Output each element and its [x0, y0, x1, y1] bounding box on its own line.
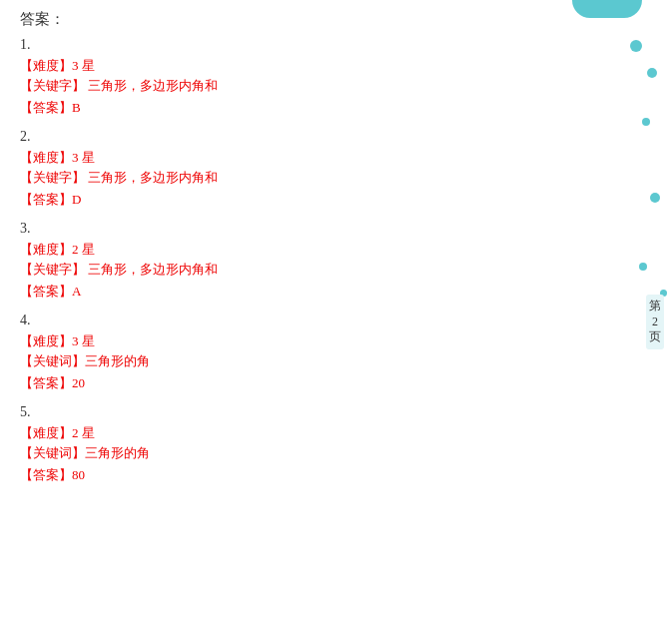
- answer-label: 答案：: [20, 11, 65, 27]
- questions-list: 1. 【难度】3 星 【关键字】 三角形，多边形内角和 【答案】B 2. 【难度…: [20, 37, 652, 484]
- keywords-1: 【关键字】 三角形，多边形内角和: [20, 77, 652, 95]
- question-number-5: 5.: [20, 404, 652, 420]
- question-number-1: 1.: [20, 37, 652, 53]
- question-block-4: 4. 【难度】3 星 【关键词】三角形的角 【答案】20: [20, 313, 652, 392]
- question-block-1: 1. 【难度】3 星 【关键字】 三角形，多边形内角和 【答案】B: [20, 37, 652, 117]
- question-number-2: 2.: [20, 129, 652, 145]
- question-block-3: 3. 【难度】2 星 【关键字】 三角形，多边形内角和 【答案】A: [20, 221, 652, 301]
- keywords-3: 【关键字】 三角形，多边形内角和: [20, 261, 652, 279]
- question-number-3: 3.: [20, 221, 652, 237]
- page-container: 答案： 1. 【难度】3 星 【关键字】 三角形，多边形内角和 【答案】B 2.…: [0, 0, 672, 629]
- difficulty-4: 【难度】3 星: [20, 332, 652, 350]
- answer-3: 【答案】A: [20, 283, 652, 301]
- question-block-2: 2. 【难度】3 星 【关键字】 三角形，多边形内角和 【答案】D: [20, 129, 652, 209]
- answer-4: 【答案】20: [20, 374, 652, 392]
- keywords-4: 【关键词】三角形的角: [20, 352, 652, 370]
- keywords-5: 【关键词】三角形的角: [20, 444, 652, 462]
- top-decoration: [562, 0, 652, 18]
- answer-1: 【答案】B: [20, 99, 652, 117]
- difficulty-2: 【难度】3 星: [20, 149, 652, 167]
- answer-2: 【答案】D: [20, 191, 652, 209]
- page-label: 第2页: [646, 295, 664, 349]
- difficulty-5: 【难度】2 星: [20, 424, 652, 442]
- question-block-5: 5. 【难度】2 星 【关键词】三角形的角 【答案】80: [20, 404, 652, 484]
- keywords-2: 【关键字】 三角形，多边形内角和: [20, 169, 652, 187]
- answer-header: 答案：: [20, 10, 652, 29]
- question-number-4: 4.: [20, 313, 652, 328]
- answer-5: 【答案】80: [20, 466, 652, 484]
- difficulty-1: 【难度】3 星: [20, 57, 652, 75]
- difficulty-3: 【难度】2 星: [20, 241, 652, 259]
